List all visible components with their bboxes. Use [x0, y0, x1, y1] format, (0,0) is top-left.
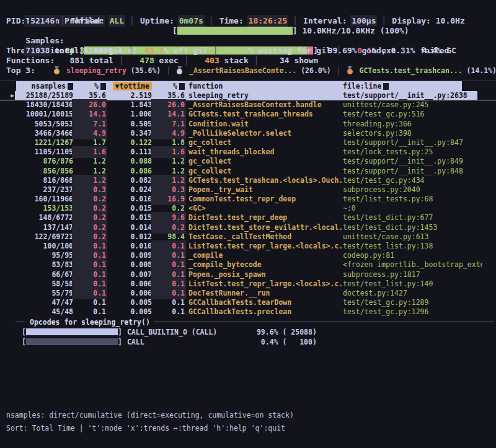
column-header-function[interactable]: function — [185, 81, 343, 91]
cell-file-line: test/support/__init__.py:2638 — [343, 91, 482, 100]
opcode-row: []CALL_BUILTIN_O (CALL)99.6% ( 25088) — [0, 327, 496, 337]
cell-nsamples: 100/100 — [20, 242, 73, 251]
sort-indicator-tottime[interactable]: ▼tottime — [113, 82, 152, 90]
table-row[interactable]: 137/1470.20.0140.2DictTest.test_store_ev… — [0, 223, 496, 232]
table-row[interactable]: 58/580.10.0060.1ListTest.test_repr_large… — [0, 279, 496, 289]
cell-function: DocTestRunner.__run — [185, 289, 343, 298]
cell-percent-direct: 0.2 — [73, 204, 106, 213]
cell-percent-cumulative: 0.3 — [152, 185, 185, 195]
table-row[interactable]: 816/8681.20.0821.2GCTests.test_trashcan.… — [0, 176, 496, 185]
table-row[interactable]: 45/480.10.0050.1GCCallbackTests.preclean… — [0, 307, 496, 317]
cell-tottime: 0.111 — [106, 147, 152, 157]
cell-percent-direct: 1.6 — [73, 147, 106, 157]
row-arrow-slot — [5, 185, 20, 195]
cell-tottime: 0.006 — [106, 279, 152, 289]
cell-percent-cumulative: 0.2 — [152, 204, 185, 213]
table-row[interactable]: 66/670.10.0070.1Popen._posix_spawnsubpro… — [0, 270, 496, 279]
table-row[interactable]: ▶25188/2518935.62.51935.6sleeping_retryt… — [0, 91, 496, 100]
table-row[interactable]: 122/697210.20.01298.4TestCase._callTestM… — [0, 232, 496, 242]
row-arrow-slot — [5, 223, 20, 232]
top3-percent: (26.0%) — [301, 66, 330, 75]
segment-value: 881 — [60, 56, 84, 66]
cell-function: Condition.wait — [185, 120, 343, 129]
cell-nsamples: 816/868 — [20, 176, 73, 185]
cell-percent-direct: 1.2 — [73, 167, 106, 176]
cell-file-line: test/support/__init__.py:848 — [343, 167, 482, 176]
row-arrow-slot — [5, 213, 20, 222]
cell-percent-direct: 4.9 — [73, 129, 106, 138]
table-row[interactable]: 83/830.10.0080.1_compile_bytecode<frozen… — [0, 260, 496, 270]
column-header-pct-direct[interactable]: % — [73, 81, 106, 91]
cell-tottime: 0.005 — [106, 307, 152, 317]
cell-percent-cumulative: 0.1 — [152, 270, 185, 279]
top3-function-name: _AssertRaisesBaseConte... — [185, 66, 301, 75]
silver-medal-icon — [177, 66, 182, 74]
cell-percent-cumulative: 0.1 — [152, 279, 185, 289]
row-arrow-slot — [5, 289, 20, 298]
separator-bar: │ — [381, 16, 386, 25]
table-row[interactable]: 3466/34664.90.3474.9_PollLikeSelector.se… — [0, 129, 496, 138]
table-row[interactable]: 18430/1843026.01.84326.0_AssertRaisesBas… — [0, 100, 496, 110]
column-header-tottime[interactable]: ▼tottime — [106, 81, 152, 91]
column-header-nsamples[interactable]: nsamples — [20, 81, 73, 91]
status-value: ALL — [110, 16, 124, 25]
table-row[interactable]: 100/1000.10.0100.1ListTest.test_repr_lar… — [0, 242, 496, 251]
row-arrow-slot — [5, 204, 20, 213]
cell-tottime: 0.016 — [106, 195, 152, 204]
separator-bar: │ — [209, 16, 214, 25]
cell-tottime: 0.088 — [106, 157, 152, 166]
cell-function: ListTest.test_repr_large.<locals>.c... — [185, 242, 343, 251]
row-arrow-slot — [5, 270, 20, 279]
table-row[interactable]: 5053/50537.10.5057.1Condition.waitthread… — [0, 120, 496, 129]
table-row[interactable]: 95/950.10.0090.1_compilecodeop.py:81 — [0, 251, 496, 260]
table-row[interactable]: 876/8761.20.0881.2gc_collecttest/support… — [0, 157, 496, 166]
table-separator — [0, 76, 496, 81]
table-row[interactable]: 47/470.10.0050.1GCCallbackTests.tearDown… — [0, 298, 496, 307]
cell-nsamples: 137/147 — [20, 223, 73, 232]
top3-line: Top 3: sleeping_retry (35.6%)│ _AssertRa… — [0, 66, 496, 76]
cell-file-line: subprocess.py:1817 — [343, 270, 482, 279]
row-arrow-slot — [5, 129, 20, 138]
cell-tottime: 0.086 — [106, 167, 152, 176]
row-arrow-slot — [5, 298, 20, 307]
cell-percent-direct: 0.2 — [73, 223, 106, 232]
row-arrow-slot — [5, 157, 20, 166]
cell-file-line: selectors.py:398 — [343, 129, 482, 138]
cell-percent-cumulative: 16.9 — [152, 195, 185, 204]
separator-bar: │ — [119, 56, 124, 65]
table-row[interactable]: 1105/11051.60.1111.6wait_threads_blocked… — [0, 147, 496, 157]
function-table: ▶25188/2518935.62.51935.6sleeping_retryt… — [0, 91, 496, 317]
separator-bar: │ — [402, 46, 407, 55]
column-header-pct-cumulative[interactable]: % — [152, 81, 185, 91]
table-row[interactable]: 1221/12671.70.1221.8gc_collecttest/suppo… — [0, 138, 496, 147]
samples-rate-bar — [177, 27, 293, 35]
table-row[interactable]: 153/1530.20.0150.2<GC>~:0 — [0, 204, 496, 213]
cell-nsamples: 45/48 — [20, 307, 73, 317]
separator-bar: │ — [213, 46, 218, 55]
table-row[interactable]: 160/119660.20.01616.9CommonTest.test_rep… — [0, 195, 496, 204]
table-row[interactable]: 10001/1001514.11.00014.1GCTests.test_tra… — [0, 110, 496, 119]
table-row[interactable]: 148/67720.20.0159.6DictTest.test_repr_de… — [0, 213, 496, 222]
table-row[interactable]: 237/2370.30.0240.3Popen._try_waitsubproc… — [0, 185, 496, 195]
opcodes-section-header: Opcodes for sleeping_retry() — [0, 317, 496, 327]
column-header-file-line[interactable]: file:line — [343, 81, 482, 91]
cell-nsamples: 856/856 — [20, 167, 73, 176]
table-row[interactable]: 55/790.10.0060.1DocTestRunner.__rundocte… — [0, 289, 496, 298]
cell-percent-direct: 1.2 — [73, 176, 106, 185]
cell-function: _AssertRaisesBaseContext.handle — [185, 100, 343, 110]
cell-function: _PollLikeSelector.select — [185, 129, 343, 138]
selected-row-arrow-icon: ▶ — [5, 91, 20, 100]
cell-function: GCTests.test_trashcan_threads — [185, 110, 343, 119]
samples-label: Samples: — [25, 36, 65, 46]
cell-function: gc_collect — [185, 157, 343, 166]
cell-function: <GC> — [185, 204, 343, 213]
status-label: PID: — [6, 16, 30, 25]
cell-file-line: test/test_list.py:138 — [343, 242, 482, 251]
segment-value: 4.4 — [412, 46, 437, 56]
table-row[interactable]: 856/8561.20.0861.2gc_collecttest/support… — [0, 167, 496, 176]
status-value: 10.0Hz — [436, 16, 465, 25]
cell-tottime: 0.009 — [106, 251, 152, 260]
segment-value: 34 — [265, 56, 290, 66]
segment-value: 0.1 — [347, 46, 372, 56]
cell-function: gc_collect — [185, 138, 343, 147]
